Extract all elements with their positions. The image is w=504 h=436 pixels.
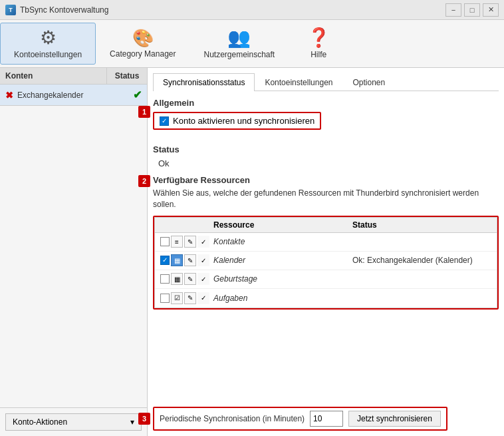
kalender-cal-icon[interactable]: ▦ xyxy=(171,254,183,266)
title-bar: T TbSync Kontoverwaltung − □ ✕ xyxy=(0,0,504,20)
calendar-icon: ▦ xyxy=(174,257,180,264)
kontakte-edit-icon[interactable]: ✎ xyxy=(184,236,196,248)
status-section: Status Ok xyxy=(153,144,499,168)
resources-title: Verfügbare Ressourcen xyxy=(153,175,499,185)
periodic-sync-input[interactable] xyxy=(310,411,343,427)
periodic-sync-highlight: Periodische Synchronisation (in Minuten)… xyxy=(153,407,447,431)
tabs: Synchronisationsstatus Kontoeinstellunge… xyxy=(153,73,499,91)
community-icon: 👥 xyxy=(227,29,251,47)
resource-row-kalender: ▦ ✎ ✓ Kalender Ok: Exchangekalender (Kal… xyxy=(155,252,497,270)
toolbar-kontoeinstellungen-label: Kontoeinstellungen xyxy=(14,50,82,59)
resource-actions-kontakte: ≡ ✎ ✓ xyxy=(160,236,213,248)
kalender-edit-icon[interactable]: ✎ xyxy=(184,254,196,266)
kalender-name: Kalender xyxy=(213,256,352,265)
edit-icon: ✎ xyxy=(188,294,193,302)
toolbar-kontoeinstellungen[interactable]: ⚙ Kontoeinstellungen xyxy=(0,23,96,65)
geburtstage-edit-icon[interactable]: ✎ xyxy=(184,273,196,285)
edit-icon: ✎ xyxy=(188,238,193,246)
resources-section: 2 Verfügbare Ressourcen Wählen Sie aus, … xyxy=(153,175,499,400)
activate-account-highlight: Konto aktivieren und synchronisieren xyxy=(153,112,321,130)
toolbar-community-label: Nutzergemeinschaft xyxy=(203,50,275,59)
title-bar-controls: − □ ✕ xyxy=(445,3,499,17)
tasks-icon: ☑ xyxy=(174,294,180,302)
resource-row-kontakte: ≡ ✎ ✓ Kontakte xyxy=(155,233,497,252)
main-layout: Konten Status ✖ Exchangekalender ✔ Konto… xyxy=(0,68,504,436)
accounts-col-header: Konten xyxy=(0,68,107,84)
accounts-header: Konten Status xyxy=(0,68,147,85)
edit-icon: ✎ xyxy=(188,276,193,283)
kalender-checkbox[interactable] xyxy=(160,256,170,265)
tab-synchronisationsstatus[interactable]: Synchronisationsstatus xyxy=(153,73,255,91)
left-panel-footer: Konto-Aktionen ▾ xyxy=(0,407,147,436)
step1-marker: 1 xyxy=(138,106,150,118)
resource-col-status-header: Status xyxy=(352,220,491,230)
periodic-sync-label: Periodische Synchronisation (in Minuten) xyxy=(160,414,305,423)
aufgaben-edit-icon[interactable]: ✎ xyxy=(184,292,196,304)
toolbar: ⚙ Kontoeinstellungen 🎨 Category Manager … xyxy=(0,20,504,68)
list-icon: ≡ xyxy=(175,238,179,246)
allgemein-title: Allgemein xyxy=(153,98,499,108)
step2-marker: 2 xyxy=(138,175,150,187)
resource-actions-geburtstage: ▦ ✎ ✓ xyxy=(160,273,213,285)
status-value: Ok xyxy=(153,158,499,168)
category-icon: 🎨 xyxy=(132,29,154,47)
kalender-status: Ok: Exchangekalender (Kalender) xyxy=(352,256,491,265)
konto-aktionen-button[interactable]: Konto-Aktionen ▾ xyxy=(5,413,142,431)
konto-aktionen-label: Konto-Aktionen xyxy=(13,417,67,427)
step3-marker: 3 xyxy=(138,413,150,425)
aufgaben-name: Aufgaben xyxy=(213,294,352,303)
resource-col-name-header: Ressource xyxy=(213,220,352,230)
kontakte-check-icon[interactable]: ✓ xyxy=(197,236,209,248)
status-col-header: Status xyxy=(107,68,147,84)
minimize-button[interactable]: − xyxy=(445,3,461,17)
geburtstage-check-icon[interactable]: ✓ xyxy=(197,273,209,285)
kontakte-list-icon[interactable]: ≡ xyxy=(171,236,183,248)
toolbar-hilfe-label: Hilfe xyxy=(311,50,326,59)
maximize-button[interactable]: □ xyxy=(464,3,480,17)
geburtstage-checkbox[interactable] xyxy=(160,274,170,284)
account-error-icon: ✖ xyxy=(5,90,13,101)
resource-actions-kalender: ▦ ✎ ✓ xyxy=(160,254,213,266)
bottom-bar: 3 Periodische Synchronisation (in Minute… xyxy=(153,407,499,431)
resource-row-geburtstage: ▦ ✎ ✓ Geburtstage xyxy=(155,270,497,289)
gear-icon: ⚙ xyxy=(40,29,57,47)
tab-kontoeinstellungen[interactable]: Kontoeinstellungen xyxy=(255,73,342,91)
kontakte-checkbox[interactable] xyxy=(160,237,170,246)
allgemein-section: 1 Allgemein Konto aktivieren und synchro… xyxy=(153,98,499,132)
resources-table-highlight: Ressource Status ≡ ✎ xyxy=(153,216,499,310)
account-item-exchangekalender[interactable]: ✖ Exchangekalender ✔ xyxy=(0,85,147,106)
left-panel: Konten Status ✖ Exchangekalender ✔ Konto… xyxy=(0,68,148,436)
dropdown-arrow-icon: ▾ xyxy=(130,417,134,427)
edit-icon: ✎ xyxy=(188,257,193,264)
aufgaben-checkbox[interactable] xyxy=(160,294,170,303)
toolbar-category-manager[interactable]: 🎨 Category Manager xyxy=(96,23,189,65)
resource-col-actions-header xyxy=(160,220,213,230)
geburtstage-name: Geburtstage xyxy=(213,274,352,284)
aufgaben-task-icon[interactable]: ☑ xyxy=(171,292,183,304)
app-icon: T xyxy=(5,5,16,15)
close-button[interactable]: ✕ xyxy=(483,3,499,17)
tab-optionen[interactable]: Optionen xyxy=(343,73,396,91)
window-title: TbSync Kontoverwaltung xyxy=(20,5,108,15)
toolbar-hilfe[interactable]: ❓ Hilfe xyxy=(289,23,348,65)
resource-actions-aufgaben: ☑ ✎ ✓ xyxy=(160,292,213,304)
kalender-check-icon[interactable]: ✓ xyxy=(197,254,209,266)
sync-now-button[interactable]: Jetzt synchronisieren xyxy=(348,411,441,427)
aufgaben-check-icon[interactable]: ✓ xyxy=(197,292,209,304)
right-panel: Synchronisationsstatus Kontoeinstellunge… xyxy=(148,68,504,436)
resource-table-header: Ressource Status xyxy=(155,218,497,233)
title-bar-left: T TbSync Kontoverwaltung xyxy=(5,5,108,15)
resource-table: Ressource Status ≡ ✎ xyxy=(154,217,497,308)
help-icon: ❓ xyxy=(307,29,330,47)
kontakte-name: Kontakte xyxy=(213,237,352,246)
calendar2-icon: ▦ xyxy=(174,276,180,283)
geburtstage-cal-icon[interactable]: ▦ xyxy=(171,273,183,285)
toolbar-community[interactable]: 👥 Nutzergemeinschaft xyxy=(189,23,289,65)
status-title: Status xyxy=(153,144,499,154)
account-list: ✖ Exchangekalender ✔ xyxy=(0,85,147,407)
resource-row-aufgaben: ☑ ✎ ✓ Aufgaben xyxy=(155,289,497,308)
toolbar-category-label: Category Manager xyxy=(110,49,176,59)
activate-account-checkbox[interactable] xyxy=(160,116,169,126)
account-status-ok-icon: ✔ xyxy=(133,89,142,101)
account-name: Exchangekalender xyxy=(17,91,129,100)
